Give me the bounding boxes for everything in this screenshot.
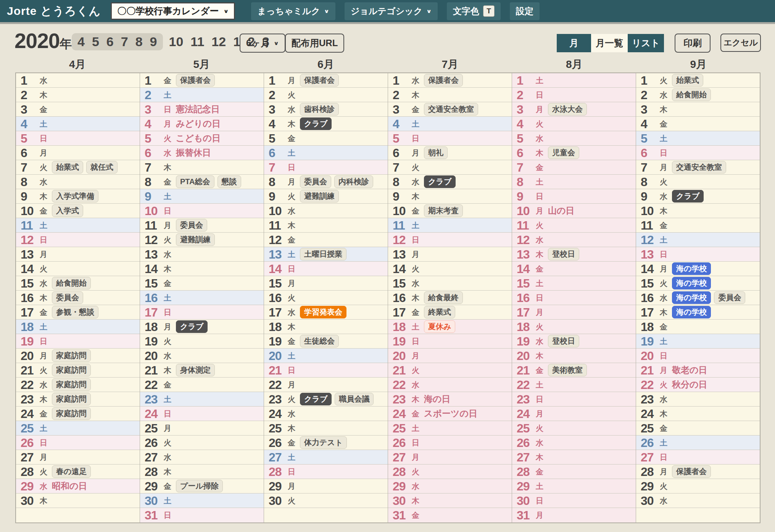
- day-cell-5月-1[interactable]: 1金保護者会: [140, 73, 264, 88]
- day-cell-7月-11[interactable]: 11土: [388, 218, 512, 233]
- day-cell-9月-13[interactable]: 13日: [636, 247, 760, 262]
- distribution-url-button[interactable]: 配布用URL: [285, 34, 344, 53]
- day-cell-7月-6[interactable]: 6月朝礼: [388, 146, 512, 160]
- print-button[interactable]: 印刷: [675, 34, 711, 53]
- day-cell-4月-30[interactable]: 30木: [16, 493, 140, 508]
- event-badge[interactable]: 保護者会: [176, 74, 215, 87]
- day-cell-4月-7[interactable]: 7火始業式就任式: [16, 160, 140, 175]
- day-cell-4月-14[interactable]: 14火: [16, 262, 140, 276]
- day-cell-5月-12[interactable]: 12火避難訓練: [140, 233, 264, 247]
- month-nav-8[interactable]: 8: [135, 34, 143, 49]
- day-cell-4月-15[interactable]: 15水給食開始: [16, 276, 140, 291]
- event-badge[interactable]: 入学式準備: [52, 190, 98, 203]
- event-badge[interactable]: 身体測定: [176, 364, 215, 376]
- event-badge[interactable]: 家庭訪問: [52, 393, 91, 405]
- day-cell-6月-15[interactable]: 15月: [264, 276, 388, 291]
- day-cell-7月-10[interactable]: 10金期末考査: [388, 204, 512, 218]
- day-cell-6月-19[interactable]: 19金生徒総会: [264, 334, 388, 349]
- text-color-button[interactable]: 文字色 T: [447, 2, 501, 20]
- day-cell-7月-12[interactable]: 12日: [388, 233, 512, 247]
- day-cell-8月-14[interactable]: 14金: [512, 262, 636, 276]
- day-cell-6月-5[interactable]: 5金: [264, 131, 388, 146]
- event-badge[interactable]: 期末考査: [424, 204, 463, 217]
- day-cell-5月-27[interactable]: 27水: [140, 450, 264, 464]
- month-nav-9[interactable]: 9: [150, 34, 157, 49]
- day-cell-4月-8[interactable]: 8水: [16, 175, 140, 189]
- event-badge[interactable]: 海の学校: [672, 277, 711, 289]
- day-cell-6月-29[interactable]: 29月: [264, 479, 388, 493]
- day-cell-5月-3[interactable]: 3日憲法記念日: [140, 102, 264, 117]
- day-cell-9月-20[interactable]: 20日: [636, 349, 760, 363]
- event-badge[interactable]: 春の遠足: [52, 465, 91, 478]
- event-badge[interactable]: 職員会議: [335, 393, 374, 405]
- day-cell-9月-19[interactable]: 19土: [636, 334, 760, 349]
- month-nav-4[interactable]: 4: [77, 34, 85, 49]
- day-cell-5月-13[interactable]: 13水: [140, 247, 264, 262]
- event-badge[interactable]: 始業式: [672, 74, 703, 87]
- event-badge[interactable]: 就任式: [86, 161, 118, 174]
- month-nav-11[interactable]: 11: [190, 34, 204, 49]
- event-badge[interactable]: クラブ: [300, 117, 332, 130]
- event-badge[interactable]: 美術教室: [548, 364, 587, 376]
- day-cell-4月-6[interactable]: 6月: [16, 146, 140, 160]
- day-cell-7月-28[interactable]: 28火: [388, 464, 512, 479]
- calendar-select[interactable]: 〇〇学校行事カレンダー ∨: [111, 2, 235, 20]
- span-select[interactable]: 6ヶ月 ∨: [240, 34, 285, 53]
- day-cell-8月-23[interactable]: 23日: [512, 392, 636, 407]
- day-cell-5月-15[interactable]: 15金: [140, 276, 264, 291]
- day-cell-6月-18[interactable]: 18木: [264, 320, 388, 334]
- day-cell-6月-1[interactable]: 1月保護者会: [264, 73, 388, 88]
- day-cell-4月-24[interactable]: 24金家庭訪問: [16, 407, 140, 421]
- day-cell-7月-1[interactable]: 1水保護者会: [388, 73, 512, 88]
- view-month-list-button[interactable]: 月一覧: [591, 34, 628, 52]
- day-cell-6月-22[interactable]: 22月: [264, 378, 388, 392]
- day-cell-5月-18[interactable]: 18月クラブ: [140, 320, 264, 334]
- day-cell-9月-23[interactable]: 23水: [636, 392, 760, 407]
- day-cell-5月-5[interactable]: 5火こどもの日: [140, 131, 264, 146]
- day-cell-9月-9[interactable]: 9水クラブ: [636, 189, 760, 204]
- event-badge[interactable]: 始業式: [52, 161, 83, 174]
- event-badge[interactable]: 家庭訪問: [52, 349, 91, 362]
- month-nav-12[interactable]: 12: [211, 34, 226, 49]
- excel-button[interactable]: エクセル: [720, 34, 761, 52]
- day-cell-7月-16[interactable]: 16木給食最終: [388, 291, 512, 305]
- day-cell-9月-16[interactable]: 16水海の学校委員会: [636, 291, 760, 305]
- event-badge[interactable]: クラブ: [672, 190, 704, 203]
- view-list-button[interactable]: リスト: [628, 34, 664, 52]
- event-badge[interactable]: 生徒総会: [300, 335, 339, 347]
- event-badge[interactable]: 交通安全教室: [672, 161, 726, 174]
- day-cell-5月-22[interactable]: 22金: [140, 378, 264, 392]
- day-cell-9月-4[interactable]: 4金: [636, 117, 760, 131]
- day-cell-4月-19[interactable]: 19日: [16, 334, 140, 349]
- month-nav-10[interactable]: 10: [169, 34, 184, 49]
- view-month-button[interactable]: 月: [557, 34, 591, 52]
- day-cell-7月-30[interactable]: 30木: [388, 493, 512, 508]
- event-badge[interactable]: PTA総会: [176, 175, 214, 188]
- event-badge[interactable]: クラブ: [176, 320, 208, 333]
- day-cell-9月-15[interactable]: 15火海の学校: [636, 276, 760, 291]
- day-cell-5月-23[interactable]: 23土: [140, 392, 264, 407]
- day-cell-5月-28[interactable]: 28木: [140, 464, 264, 479]
- event-badge[interactable]: 委員会: [714, 291, 745, 304]
- day-cell-5月-2[interactable]: 2土: [140, 88, 264, 102]
- day-cell-4月-20[interactable]: 20月家庭訪問: [16, 349, 140, 363]
- day-cell-5月-17[interactable]: 17日: [140, 305, 264, 320]
- day-cell-9月-17[interactable]: 17木海の学校: [636, 305, 760, 320]
- day-cell-6月-2[interactable]: 2火: [264, 88, 388, 102]
- day-cell-6月-28[interactable]: 28日: [264, 464, 388, 479]
- event-badge[interactable]: 歯科検診: [300, 103, 339, 116]
- day-cell-7月-8[interactable]: 8水クラブ: [388, 175, 512, 189]
- day-cell-4月-17[interactable]: 17金参観・懇談: [16, 305, 140, 320]
- event-badge[interactable]: 朝礼: [424, 146, 448, 159]
- day-cell-8月-31[interactable]: 31月: [512, 508, 636, 522]
- day-cell-9月-11[interactable]: 11金: [636, 218, 760, 233]
- day-cell-5月-25[interactable]: 25月: [140, 421, 264, 436]
- day-cell-8月-12[interactable]: 12水: [512, 233, 636, 247]
- event-badge[interactable]: 委員会: [52, 291, 83, 304]
- day-cell-5月-4[interactable]: 4月みどりの日: [140, 117, 264, 131]
- event-badge[interactable]: 家庭訪問: [52, 378, 91, 391]
- day-cell-6月-27[interactable]: 27土: [264, 450, 388, 464]
- day-cell-8月-9[interactable]: 9日: [512, 189, 636, 204]
- event-badge[interactable]: 海の学校: [672, 291, 711, 304]
- day-cell-9月-5[interactable]: 5土: [636, 131, 760, 146]
